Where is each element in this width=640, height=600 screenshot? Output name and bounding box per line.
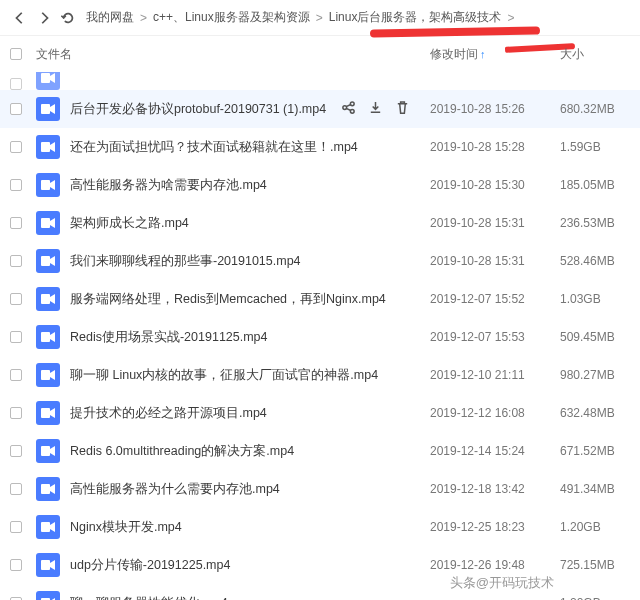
row-checkbox[interactable] — [10, 293, 22, 305]
row-checkbox[interactable] — [10, 483, 22, 495]
file-name[interactable]: udp分片传输-20191225.mp4 — [70, 557, 430, 574]
file-size: 632.48MB — [560, 406, 630, 420]
row-checkbox[interactable] — [10, 141, 22, 153]
refresh-button[interactable] — [57, 7, 79, 29]
row-checkbox[interactable] — [10, 521, 22, 533]
table-row[interactable]: Redis使用场景实战-20191125.mp42019-12-07 15:53… — [0, 318, 640, 356]
file-name[interactable]: 聊一聊 Linux内核的故事，征服大厂面试官的神器.mp4 — [70, 367, 430, 384]
row-checkbox[interactable] — [10, 255, 22, 267]
svg-marker-24 — [50, 408, 55, 418]
video-icon — [36, 553, 60, 577]
row-checkbox[interactable] — [10, 179, 22, 191]
svg-rect-11 — [41, 180, 50, 190]
svg-rect-0 — [41, 73, 50, 83]
file-size: 528.46MB — [560, 254, 630, 268]
row-checkbox[interactable] — [10, 369, 22, 381]
file-name[interactable]: 架构师成长之路.mp4 — [70, 215, 430, 232]
breadcrumb[interactable]: 我的网盘> c++、Linux服务器及架构资源> Linux后台服务器，架构高级… — [86, 9, 520, 26]
crumb-2[interactable]: Linux后台服务器，架构高级技术 — [329, 9, 502, 26]
file-name[interactable]: Redis 6.0multithreading的解决方案.mp4 — [70, 443, 430, 460]
row-checkbox[interactable] — [10, 331, 22, 343]
video-icon — [36, 173, 60, 197]
svg-marker-30 — [50, 522, 55, 532]
file-date: 2019-12-12 16:08 — [430, 406, 560, 420]
toolbar: 我的网盘> c++、Linux服务器及架构资源> Linux后台服务器，架构高级… — [0, 0, 640, 36]
table-row[interactable]: 高性能服务器为啥需要内存池.mp42019-10-28 15:30185.05M… — [0, 166, 640, 204]
file-size: 725.15MB — [560, 558, 630, 572]
row-checkbox[interactable] — [10, 103, 22, 115]
video-icon — [36, 287, 60, 311]
row-checkbox[interactable] — [10, 78, 22, 90]
file-date: 2019-12-10 21:11 — [430, 368, 560, 382]
row-checkbox[interactable] — [10, 445, 22, 457]
svg-rect-2 — [41, 104, 50, 114]
file-date: 2019-12-26 19:48 — [430, 558, 560, 572]
table-row[interactable]: Nginx模块开发.mp42019-12-25 18:231.20GB — [0, 508, 640, 546]
forward-button[interactable] — [33, 7, 55, 29]
svg-rect-25 — [41, 446, 50, 456]
file-date: 2019-12-07 15:52 — [430, 292, 560, 306]
file-name[interactable]: Redis使用场景实战-20191125.mp4 — [70, 329, 430, 346]
file-name[interactable]: 我们来聊聊线程的那些事-20191015.mp4 — [70, 253, 430, 270]
table-row[interactable]: 聊一聊 Linux内核的故事，征服大厂面试官的神器.mp42019-12-10 … — [0, 356, 640, 394]
table-row[interactable]: 还在为面试担忧吗？技术面试秘籍就在这里！.mp42019-10-28 15:28… — [0, 128, 640, 166]
file-size: 509.45MB — [560, 330, 630, 344]
table-row[interactable]: 服务端网络处理，Redis到Memcached，再到Nginx.mp42019-… — [0, 280, 640, 318]
file-name[interactable]: 聊一聊服务器性能优化.mp4 — [70, 595, 430, 601]
table-row[interactable]: 我们来聊聊线程的那些事-20191015.mp42019-10-28 15:31… — [0, 242, 640, 280]
svg-rect-13 — [41, 218, 50, 228]
svg-rect-9 — [41, 142, 50, 152]
svg-marker-26 — [50, 446, 55, 456]
video-icon — [36, 401, 60, 425]
svg-line-7 — [346, 105, 351, 107]
row-checkbox[interactable] — [10, 217, 22, 229]
delete-icon[interactable] — [395, 100, 410, 118]
share-icon[interactable] — [341, 100, 356, 118]
file-name[interactable]: 后台开发必备协议protobuf-20190731 (1).mp4 — [70, 101, 341, 118]
svg-marker-12 — [50, 180, 55, 190]
col-size[interactable]: 大小 — [560, 46, 630, 63]
crumb-0[interactable]: 我的网盘 — [86, 9, 134, 26]
col-date[interactable]: 修改时间↑ — [430, 46, 560, 63]
video-icon — [36, 135, 60, 159]
select-all-checkbox[interactable] — [10, 48, 22, 60]
svg-marker-32 — [50, 560, 55, 570]
svg-marker-16 — [50, 256, 55, 266]
file-name[interactable]: 高性能服务器为啥需要内存池.mp4 — [70, 177, 430, 194]
svg-rect-19 — [41, 332, 50, 342]
video-icon — [36, 515, 60, 539]
svg-marker-10 — [50, 142, 55, 152]
file-size: 491.34MB — [560, 482, 630, 496]
file-name[interactable]: 高性能服务器为什么需要内存池.mp4 — [70, 481, 430, 498]
svg-rect-29 — [41, 522, 50, 532]
file-size: 980.27MB — [560, 368, 630, 382]
back-button[interactable] — [9, 7, 31, 29]
file-name[interactable]: 服务端网络处理，Redis到Memcached，再到Nginx.mp4 — [70, 291, 430, 308]
table-row[interactable]: 后台开发必备协议protobuf-20190731 (1).mp42019-10… — [0, 90, 640, 128]
svg-marker-3 — [50, 104, 55, 114]
file-date: 2019-12-07 15:53 — [430, 330, 560, 344]
row-checkbox[interactable] — [10, 407, 22, 419]
file-size: 1.59GB — [560, 140, 630, 154]
svg-marker-20 — [50, 332, 55, 342]
table-row[interactable]: 高性能服务器为什么需要内存池.mp42019-12-18 13:42491.34… — [0, 470, 640, 508]
svg-rect-27 — [41, 484, 50, 494]
video-icon — [36, 363, 60, 387]
download-icon[interactable] — [368, 100, 383, 118]
file-date: 2019-10-28 15:28 — [430, 140, 560, 154]
file-size: 1.03GB — [560, 292, 630, 306]
row-actions — [341, 100, 410, 118]
table-row[interactable]: 架构师成长之路.mp42019-10-28 15:31236.53MB — [0, 204, 640, 242]
row-checkbox[interactable] — [10, 559, 22, 571]
table-row[interactable] — [0, 72, 640, 90]
video-icon — [36, 477, 60, 501]
file-name[interactable]: 提升技术的必经之路开源项目.mp4 — [70, 405, 430, 422]
crumb-1[interactable]: c++、Linux服务器及架构资源 — [153, 9, 310, 26]
file-name[interactable]: Nginx模块开发.mp4 — [70, 519, 430, 536]
file-name[interactable]: 还在为面试担忧吗？技术面试秘籍就在这里！.mp4 — [70, 139, 430, 156]
table-row[interactable]: 提升技术的必经之路开源项目.mp42019-12-12 16:08632.48M… — [0, 394, 640, 432]
file-date: 2019-10-28 15:31 — [430, 216, 560, 230]
video-icon — [36, 211, 60, 235]
table-row[interactable]: Redis 6.0multithreading的解决方案.mp42019-12-… — [0, 432, 640, 470]
col-name[interactable]: 文件名 — [36, 46, 430, 63]
